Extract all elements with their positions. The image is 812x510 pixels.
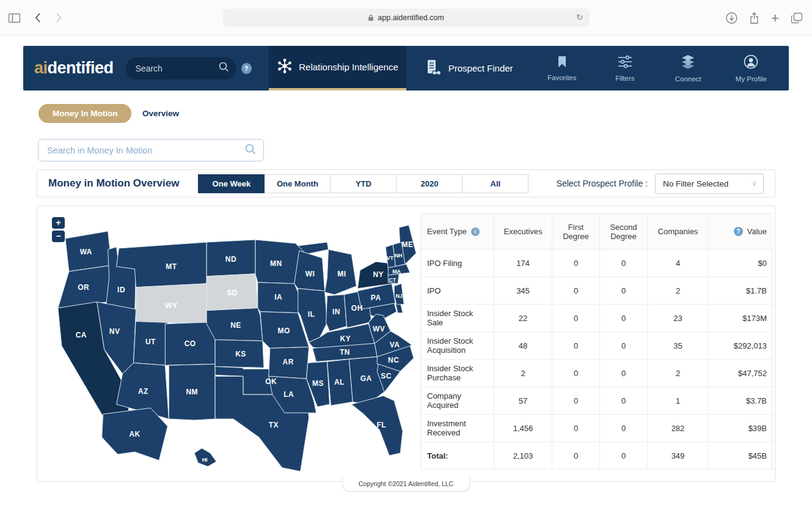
tab-prospect-finder[interactable]: Prospect Finder bbox=[406, 46, 530, 91]
col-second-degree: Second Degree bbox=[600, 214, 648, 249]
table-row: IPO345002$1.7B bbox=[421, 277, 772, 305]
tab-overview-icon[interactable] bbox=[791, 13, 802, 23]
event-type-info-icon[interactable]: i bbox=[471, 227, 480, 236]
state-ut[interactable] bbox=[134, 317, 168, 366]
nav-item-my-profile[interactable]: My Profile bbox=[720, 46, 783, 91]
state-ne[interactable] bbox=[207, 308, 263, 341]
mim-search-placeholder: Search in Money In Motion bbox=[47, 146, 245, 155]
url-bar[interactable]: app.aidentified.com ↻ bbox=[223, 9, 590, 27]
table-cell: IPO bbox=[421, 277, 494, 305]
table-cell: 35 bbox=[648, 332, 709, 360]
state-ia[interactable] bbox=[258, 283, 303, 313]
state-ar[interactable] bbox=[269, 347, 309, 379]
state-or[interactable] bbox=[58, 265, 112, 308]
prospect-finder-icon bbox=[424, 58, 442, 78]
table-cell: $0 bbox=[709, 249, 773, 277]
downloads-icon[interactable] bbox=[726, 12, 737, 24]
table-cell: 174 bbox=[494, 249, 552, 277]
state-mi[interactable] bbox=[325, 249, 357, 295]
value-help-icon[interactable]: ? bbox=[734, 227, 743, 236]
table-cell: Investment Received bbox=[421, 415, 494, 442]
col-companies: Companies bbox=[648, 214, 709, 249]
filters-icon bbox=[617, 55, 633, 71]
prospect-profile-dropdown[interactable]: No Filter Selected ∨ bbox=[655, 174, 764, 194]
time-filter-all[interactable]: All bbox=[462, 174, 529, 193]
overview-link[interactable]: Overview bbox=[142, 109, 179, 118]
state-ks[interactable] bbox=[215, 340, 264, 368]
table-cell: 0 bbox=[600, 360, 648, 387]
table-cell: 2 bbox=[494, 360, 552, 387]
time-filter-2020[interactable]: 2020 bbox=[396, 174, 463, 193]
col-executives: Executives bbox=[494, 214, 552, 249]
table-cell: 0 bbox=[600, 332, 648, 360]
reload-icon[interactable]: ↻ bbox=[576, 12, 583, 22]
state-wi[interactable] bbox=[294, 251, 325, 291]
table-cell: 0 bbox=[552, 442, 600, 470]
table-cell: 2 bbox=[648, 277, 709, 305]
time-filter-ytd[interactable]: YTD bbox=[330, 174, 397, 193]
state-nm[interactable] bbox=[169, 364, 215, 420]
page: G h app.aidentified.com ↻ + bbox=[0, 0, 812, 510]
state-nj[interactable] bbox=[394, 284, 404, 305]
table-cell: 0 bbox=[552, 305, 600, 332]
state-al[interactable] bbox=[327, 359, 353, 405]
table-cell: $45B bbox=[709, 442, 773, 470]
nav-item-label: Favorites bbox=[547, 74, 576, 81]
state-in[interactable] bbox=[326, 295, 346, 331]
aidentified-logo[interactable]: aidentified bbox=[34, 46, 114, 91]
table-row: Insider Stock Sale220023$173M bbox=[421, 305, 772, 332]
table-cell: 0 bbox=[552, 415, 600, 442]
us-map: WAORCAIDNVUTAZMTWYCONMNDSDNEKSOKTXMNIAMO… bbox=[42, 209, 420, 478]
new-tab-icon[interactable]: + bbox=[771, 12, 779, 24]
dropdown-value: No Filter Selected bbox=[663, 179, 752, 188]
nav-item-favorites[interactable]: Favorites bbox=[530, 46, 593, 91]
table-cell: 0 bbox=[552, 332, 600, 360]
table-row: Insider Stock Purchase2002$47,752 bbox=[421, 360, 772, 387]
table-cell: 0 bbox=[600, 277, 648, 305]
col-value: ?Value bbox=[709, 214, 773, 249]
back-icon[interactable] bbox=[35, 13, 41, 23]
mim-search-input[interactable]: Search in Money In Motion bbox=[38, 139, 264, 161]
col-event-type: Event Typei bbox=[421, 214, 494, 249]
state-fl[interactable] bbox=[351, 396, 403, 456]
time-filter-group: One Week One Month YTD 2020 All bbox=[199, 174, 529, 193]
state-ct[interactable] bbox=[388, 274, 399, 284]
money-in-motion-pill[interactable]: Money In Motion bbox=[38, 104, 131, 123]
state-wy[interactable] bbox=[136, 284, 207, 324]
state-ak[interactable] bbox=[102, 408, 168, 460]
nav-item-label: Connect bbox=[675, 75, 701, 83]
state-co[interactable] bbox=[165, 322, 215, 366]
table-row: IPO Filing174004$0 bbox=[421, 249, 772, 277]
relationship-intelligence-icon bbox=[277, 58, 293, 76]
time-filter-one-month[interactable]: One Month bbox=[264, 174, 331, 193]
search-icon bbox=[219, 62, 229, 75]
state-nd[interactable] bbox=[207, 240, 255, 276]
state-hi[interactable] bbox=[194, 448, 216, 467]
sidebar-icon[interactable] bbox=[9, 13, 20, 23]
map-zoom-in-button[interactable]: + bbox=[52, 217, 65, 229]
logo-ai: ai bbox=[34, 59, 48, 78]
overview-title: Money in Motion Overview bbox=[48, 177, 179, 190]
table-cell: Insider Stock Acquisition bbox=[421, 332, 494, 360]
nav-item-connect[interactable]: Connect bbox=[657, 46, 720, 91]
tab-relationship-intelligence[interactable]: Relationship Intelligence bbox=[269, 46, 407, 91]
table-cell: 0 bbox=[552, 277, 600, 305]
table-cell: 22 bbox=[494, 305, 552, 332]
nav-search-placeholder: Search bbox=[136, 64, 219, 73]
time-filter-one-week[interactable]: One Week bbox=[198, 174, 265, 193]
nav-item-filters[interactable]: Filters bbox=[593, 46, 656, 91]
table-cell: 2 bbox=[648, 360, 709, 387]
table-cell: $292,013 bbox=[709, 332, 773, 360]
table-row: Investment Received1,45600282$39B bbox=[421, 415, 772, 442]
state-sd[interactable] bbox=[207, 274, 258, 311]
forward-icon[interactable] bbox=[56, 13, 62, 23]
nav-help-icon[interactable]: ? bbox=[241, 63, 252, 74]
share-icon[interactable] bbox=[750, 12, 759, 24]
nav-search-input[interactable]: Search bbox=[126, 57, 236, 79]
nav-item-label: My Profile bbox=[736, 75, 767, 83]
state-wa[interactable] bbox=[65, 231, 112, 272]
table-cell: 0 bbox=[600, 415, 648, 442]
table-cell: 4 bbox=[648, 249, 709, 277]
map-zoom-out-button[interactable]: − bbox=[52, 231, 65, 242]
table-cell: Total: bbox=[421, 442, 494, 470]
